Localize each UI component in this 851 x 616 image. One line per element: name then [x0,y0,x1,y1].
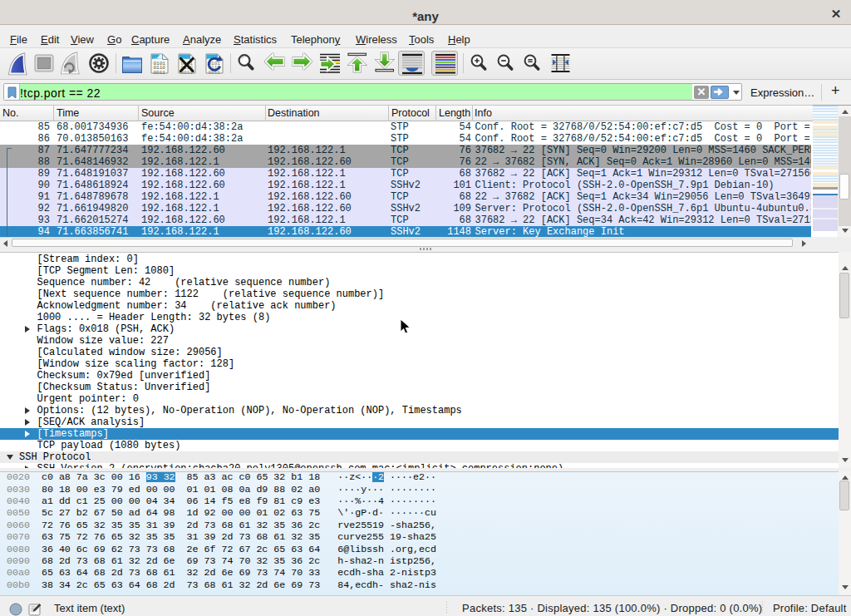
svg-text:0011: 0011 [154,70,166,75]
